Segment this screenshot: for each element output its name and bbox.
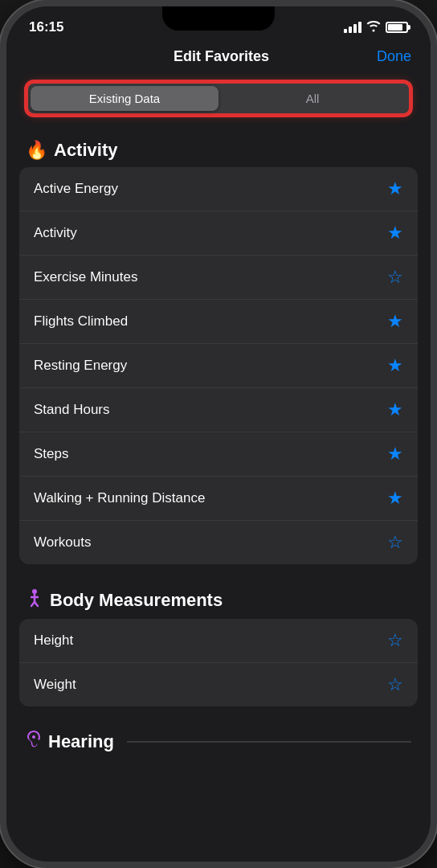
battery-icon (386, 22, 408, 33)
star-resting-icon[interactable] (387, 355, 403, 376)
activity-list-group: Active Energy Activity Exercise Minutes … (19, 167, 418, 564)
body-section-header: Body Measurements (6, 577, 431, 619)
body-list-group: Height Weight (19, 619, 418, 706)
star-activity-icon[interactable] (387, 223, 403, 244)
list-item[interactable]: Resting Energy (19, 344, 418, 388)
segmented-control: Existing Data All (26, 81, 411, 116)
star-exercise-icon[interactable] (387, 267, 403, 288)
status-time: 16:15 (29, 19, 63, 35)
signal-bars-icon (344, 22, 361, 33)
hearing-section-title: Hearing (48, 731, 114, 752)
screen: 16:15 (6, 6, 431, 862)
star-active-energy-icon[interactable] (387, 178, 403, 199)
wifi-icon (366, 21, 381, 35)
star-walking-icon[interactable] (387, 488, 403, 509)
svg-point-0 (32, 589, 37, 594)
star-flights-icon[interactable] (387, 311, 403, 332)
list-item[interactable]: Stand Hours (19, 388, 418, 432)
list-item[interactable]: Exercise Minutes (19, 256, 418, 300)
body-measurements-icon (26, 588, 43, 612)
list-item[interactable]: Walking + Running Distance (19, 477, 418, 521)
done-button[interactable]: Done (377, 48, 411, 65)
hearing-icon (26, 731, 42, 752)
list-item[interactable]: Weight (19, 663, 418, 706)
star-weight-icon[interactable] (387, 674, 403, 695)
hearing-divider (127, 741, 411, 743)
svg-point-5 (32, 735, 35, 739)
activity-section-title: Activity (54, 140, 117, 161)
list-item[interactable]: Workouts (19, 521, 418, 564)
tab-existing-data[interactable]: Existing Data (31, 86, 218, 111)
body-section-title: Body Measurements (50, 590, 223, 611)
activity-icon: 🔥 (26, 140, 47, 161)
nav-bar: Edit Favorites Done (6, 42, 431, 75)
list-item[interactable]: Height (19, 619, 418, 663)
notch (162, 6, 275, 31)
tab-all[interactable]: All (218, 86, 406, 111)
scroll-content: 🔥 Activity Active Energy Activity Exerci… (6, 129, 431, 862)
list-item[interactable]: Activity (19, 211, 418, 256)
list-item[interactable]: Active Energy (19, 167, 418, 211)
svg-line-4 (35, 602, 38, 606)
star-workouts-icon[interactable] (387, 532, 403, 553)
status-icons (344, 21, 408, 35)
star-stand-icon[interactable] (387, 399, 403, 420)
star-steps-icon[interactable] (387, 444, 403, 465)
activity-section-header: 🔥 Activity (6, 129, 431, 167)
list-item[interactable]: Steps (19, 432, 418, 477)
page-title: Edit Favorites (174, 48, 269, 65)
segmented-container: Existing Data All (6, 75, 431, 129)
star-height-icon[interactable] (387, 630, 403, 651)
phone-frame: 16:15 (0, 0, 437, 868)
list-item[interactable]: Flights Climbed (19, 300, 418, 344)
hearing-section-header: Hearing (6, 719, 431, 759)
